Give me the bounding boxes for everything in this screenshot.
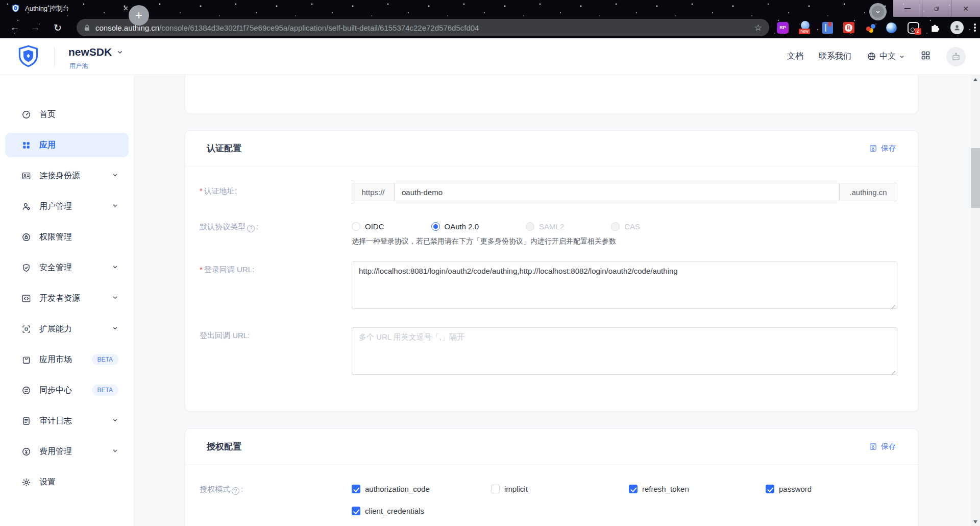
chevron-down-icon (112, 324, 118, 333)
save-floppy-icon (869, 442, 877, 451)
sync-icon (21, 386, 31, 395)
extension-icon (21, 324, 31, 334)
authing-favicon-icon (11, 4, 20, 13)
window-close-button[interactable]: ✕ (951, 0, 980, 17)
previous-card-partial (185, 75, 918, 114)
user-avatar[interactable] (946, 47, 966, 66)
user-management-icon (21, 202, 31, 211)
help-icon[interactable]: ? (232, 487, 239, 495)
save-label: 保存 (881, 144, 896, 153)
grant-save-button[interactable]: 保存 (869, 442, 896, 451)
login-callback-label: *登录回调 URL: (200, 261, 352, 275)
tab-close-icon[interactable]: ✕ (123, 5, 129, 12)
new-tab-button[interactable]: + (129, 5, 149, 26)
sidebar-item-settings[interactable]: 设置 (5, 470, 129, 494)
sidebar-item-label: 审计日志 (39, 416, 72, 426)
close-icon: ✕ (963, 5, 969, 13)
logout-callback-textarea[interactable] (352, 327, 897, 375)
theme-collapse-button[interactable] (869, 3, 887, 20)
window-minimize-button[interactable] (893, 0, 922, 17)
settings-gear-icon (21, 477, 31, 487)
scrollbar-up-arrow[interactable] (971, 75, 980, 84)
chevron-down-icon (112, 416, 118, 425)
sidebar-item-identity-sources[interactable]: 连接身份源 (5, 163, 129, 188)
auth-save-button[interactable]: 保存 (869, 144, 896, 153)
radio-oauth2[interactable]: OAuth 2.0 (431, 222, 479, 231)
extension-qr-icon[interactable]: 2 (908, 22, 919, 34)
contact-link[interactable]: 联系我们 (819, 51, 851, 62)
radio-circle-icon (611, 222, 620, 231)
beta-badge: BETA (92, 385, 118, 396)
required-asterisk: * (200, 265, 203, 274)
sidebar-item-app-marketplace[interactable]: 应用市场 BETA (5, 347, 129, 372)
checkbox-implicit[interactable]: implicit (491, 485, 629, 493)
auth-address-input-group: https:// .authing.cn (352, 183, 897, 201)
auth-address-input[interactable] (395, 183, 839, 201)
scrollbar-thumb[interactable] (971, 148, 980, 208)
radio-oidc[interactable]: OIDC (352, 222, 384, 231)
extension-colorful-icon[interactable] (865, 22, 876, 33)
protocol-hint: 选择一种登录协议，若已禁用请在下方「更多身份协议」内进行开启并配置相关参数 (352, 237, 897, 246)
chevron-down-icon (872, 6, 884, 18)
extension-rp-icon[interactable]: RP (777, 22, 789, 34)
beta-badge: BETA (92, 354, 118, 365)
checkbox-refresh-token[interactable]: refresh_token (629, 485, 766, 493)
identity-source-icon (21, 171, 31, 181)
workspace-name: newSDK (68, 46, 112, 58)
browser-refresh-button[interactable]: ↻ (48, 17, 67, 38)
browser-back-button[interactable]: ← (5, 17, 24, 38)
browser-forward-button[interactable]: → (26, 17, 45, 38)
sidebar-item-billing-management[interactable]: 费用管理 (5, 439, 129, 464)
sidebar-item-label: 费用管理 (39, 446, 72, 457)
url-path: /console/61384d3e302f1f75e69ce95a/applic… (159, 23, 749, 32)
workspace-switcher[interactable]: newSDK (68, 46, 124, 58)
save-floppy-icon (869, 144, 877, 153)
sidebar: 首页 应用 连接身份源 用户管理 权限管理 (0, 75, 134, 526)
extensions-puzzle-icon[interactable] (929, 22, 940, 33)
bookmark-star-icon[interactable]: ☆ (754, 22, 762, 33)
browser-tab[interactable]: Authing 控制台 ✕ (4, 0, 132, 17)
chevron-down-icon (112, 171, 118, 180)
browser-profile-avatar[interactable] (950, 21, 964, 34)
help-icon[interactable]: ? (247, 225, 255, 232)
protocol-type-label: 默认协议类型?: (200, 219, 352, 232)
sidebar-item-label: 连接身份源 (39, 171, 80, 181)
window-restore-button[interactable] (922, 0, 951, 17)
triangle-down-icon (973, 520, 977, 523)
required-asterisk: * (200, 186, 203, 195)
sidebar-item-security-management[interactable]: 安全管理 (5, 255, 129, 280)
sidebar-item-permission-management[interactable]: 权限管理 (5, 225, 129, 249)
color-dots-icon (866, 27, 871, 31)
extension-new-badge-icon[interactable]: new (799, 21, 812, 34)
checkbox-client-credentials[interactable]: client_credentials (352, 507, 491, 515)
extension-r-icon[interactable]: R (843, 22, 854, 33)
scrollbar-down-arrow[interactable] (971, 517, 980, 526)
grant-mode-label: 授权模式?: (200, 481, 352, 495)
globe-icon (867, 52, 876, 61)
authing-logo[interactable] (16, 44, 40, 68)
language-switcher[interactable]: 中文 (867, 51, 905, 62)
extension-sphere-icon[interactable] (886, 22, 897, 33)
domain-suffix: .authing.cn (839, 183, 897, 201)
apps-grid-button[interactable] (920, 50, 931, 63)
address-bar[interactable]: console.authing.cn/console/61384d3e302f1… (77, 19, 769, 36)
auth-address-label: *认证地址: (200, 183, 352, 196)
docs-link[interactable]: 文档 (787, 51, 803, 62)
sidebar-item-developer-resources[interactable]: 开发者资源 (5, 286, 129, 310)
sidebar-item-extension-capabilities[interactable]: 扩展能力 (5, 317, 129, 341)
sidebar-item-audit-logs[interactable]: 审计日志 (5, 409, 129, 433)
chevron-down-icon (112, 294, 118, 303)
sidebar-item-label: 应用 (39, 140, 56, 151)
main-content: 认证配置 保存 *认证地址: https:// .authing.cn (134, 75, 971, 526)
sidebar-item-sync-center[interactable]: 同步中心 BETA (5, 378, 129, 402)
sidebar-item-apps[interactable]: 应用 (5, 133, 129, 157)
checkbox-password[interactable]: password (766, 485, 897, 493)
login-callback-textarea[interactable]: http://localhost:8081/login/oauth2/code/… (352, 261, 897, 309)
browser-chrome: Authing 控制台 ✕ + ✕ ← → ↻ console.authing.… (0, 0, 980, 38)
extension-book-icon[interactable] (822, 22, 833, 34)
radio-circle-icon (526, 222, 534, 231)
sidebar-item-home[interactable]: 首页 (5, 102, 129, 127)
rp-label: RP (779, 25, 786, 30)
sidebar-item-user-management[interactable]: 用户管理 (5, 194, 129, 219)
checkbox-authorization-code[interactable]: authorization_code (352, 485, 491, 493)
